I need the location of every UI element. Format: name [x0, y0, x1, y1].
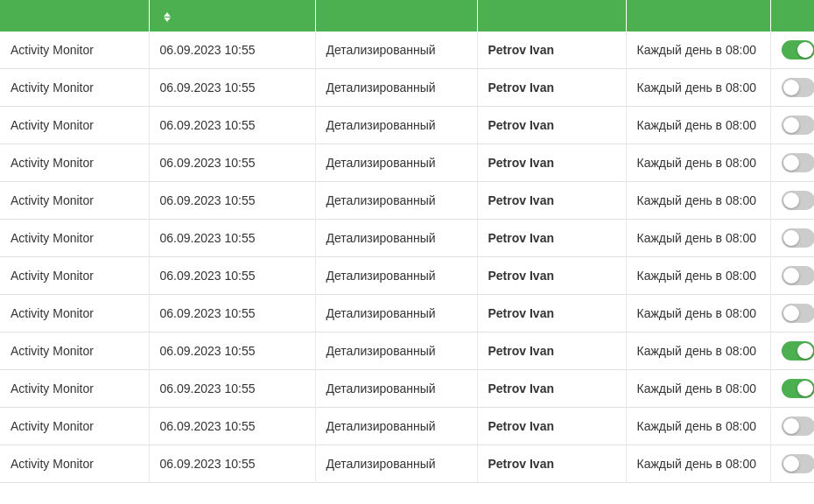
toggle-track[interactable]	[782, 454, 815, 473]
type-cell: Детализированный	[315, 408, 477, 445]
addr-cell: Petrov Ivan	[477, 182, 626, 220]
addr-cell: Petrov Ivan	[477, 220, 626, 257]
col-header-date[interactable]	[149, 0, 315, 32]
task-cell: Activity Monitor	[0, 295, 149, 332]
toggle-switch[interactable]	[782, 416, 789, 436]
sort-desc-icon	[164, 18, 171, 22]
table-row: Activity Monitor 06.09.2023 10:55 Детали…	[0, 144, 814, 182]
period-cell: Каждый день в 08:00	[626, 144, 770, 182]
task-cell: Activity Monitor	[0, 408, 149, 445]
toggle-thumb	[783, 456, 799, 472]
addr-cell: Petrov Ivan	[477, 408, 626, 445]
addr-cell: Petrov Ivan	[477, 295, 626, 332]
period-cell: Каждый день в 08:00	[626, 220, 770, 257]
date-cell: 06.09.2023 10:55	[149, 144, 315, 182]
period-cell: Каждый день в 08:00	[626, 408, 770, 445]
action-cell: 🗑	[770, 332, 814, 370]
action-cell: 🗑	[770, 445, 814, 483]
toggle-track[interactable]	[782, 341, 815, 360]
task-cell: Activity Monitor	[0, 69, 149, 107]
action-cell: 🗑	[770, 295, 814, 332]
date-cell: 06.09.2023 10:55	[149, 257, 315, 295]
row-actions: 🗑	[782, 416, 813, 436]
period-cell: Каждый день в 08:00	[626, 32, 770, 69]
task-cell: Activity Monitor	[0, 182, 149, 220]
toggle-switch[interactable]	[782, 191, 789, 210]
toggle-track[interactable]	[782, 228, 815, 248]
task-cell: Activity Monitor	[0, 370, 149, 408]
period-cell: Каждый день в 08:00	[626, 182, 770, 220]
toggle-track[interactable]	[782, 379, 815, 398]
type-cell: Детализированный	[315, 144, 477, 182]
addr-cell: Petrov Ivan	[477, 144, 626, 182]
toggle-track[interactable]	[782, 153, 815, 172]
toggle-thumb	[783, 230, 799, 246]
col-header-period	[626, 0, 770, 32]
row-actions: 🗑	[782, 40, 813, 60]
toggle-track[interactable]	[782, 416, 815, 436]
type-cell: Детализированный	[315, 182, 477, 220]
toggle-switch[interactable]	[782, 266, 789, 285]
date-cell: 06.09.2023 10:55	[149, 220, 315, 257]
task-cell: Activity Monitor	[0, 220, 149, 257]
table-row: Activity Monitor 06.09.2023 10:55 Детали…	[0, 69, 814, 107]
toggle-switch[interactable]	[782, 116, 789, 135]
reports-table-container: Activity Monitor 06.09.2023 10:55 Детали…	[0, 0, 814, 483]
period-cell: Каждый день в 08:00	[626, 332, 770, 370]
table-row: Activity Monitor 06.09.2023 10:55 Детали…	[0, 332, 814, 370]
row-actions: 🗑	[782, 228, 813, 248]
table-row: Activity Monitor 06.09.2023 10:55 Детали…	[0, 408, 814, 445]
toggle-thumb	[783, 192, 799, 208]
table-body: Activity Monitor 06.09.2023 10:55 Детали…	[0, 32, 814, 483]
toggle-switch[interactable]	[782, 304, 789, 323]
toggle-thumb	[783, 155, 799, 171]
toggle-track[interactable]	[782, 304, 815, 323]
col-header-action	[770, 0, 814, 32]
row-actions: 🗑	[782, 379, 813, 398]
toggle-thumb	[797, 343, 813, 359]
col-header-task	[0, 0, 149, 32]
toggle-thumb	[783, 80, 799, 95]
action-cell: 🗑	[770, 220, 814, 257]
addr-cell: Petrov Ivan	[477, 257, 626, 295]
toggle-switch[interactable]	[782, 454, 789, 473]
toggle-switch[interactable]	[782, 78, 789, 97]
toggle-track[interactable]	[782, 116, 815, 135]
action-cell: 🗑	[770, 144, 814, 182]
toggle-thumb	[783, 268, 799, 284]
row-actions: 🗑	[782, 454, 813, 473]
period-cell: Каждый день в 08:00	[626, 257, 770, 295]
row-actions: 🗑	[782, 304, 813, 323]
addr-cell: Petrov Ivan	[477, 69, 626, 107]
row-actions: 🗑	[782, 153, 813, 172]
toggle-switch[interactable]	[782, 341, 789, 360]
sort-icon	[164, 12, 171, 22]
toggle-track[interactable]	[782, 40, 815, 60]
row-actions: 🗑	[782, 266, 813, 285]
toggle-switch[interactable]	[782, 40, 789, 60]
table-row: Activity Monitor 06.09.2023 10:55 Детали…	[0, 32, 814, 69]
toggle-switch[interactable]	[782, 153, 789, 172]
col-header-addr	[477, 0, 626, 32]
toggle-track[interactable]	[782, 191, 815, 210]
toggle-switch[interactable]	[782, 228, 789, 248]
date-cell: 06.09.2023 10:55	[149, 182, 315, 220]
action-cell: 🗑	[770, 182, 814, 220]
type-cell: Детализированный	[315, 370, 477, 408]
type-cell: Детализированный	[315, 257, 477, 295]
type-cell: Детализированный	[315, 32, 477, 69]
toggle-track[interactable]	[782, 78, 815, 97]
col-header-type	[315, 0, 477, 32]
period-cell: Каждый день в 08:00	[626, 295, 770, 332]
toggle-track[interactable]	[782, 266, 815, 285]
date-cell: 06.09.2023 10:55	[149, 370, 315, 408]
date-cell: 06.09.2023 10:55	[149, 69, 315, 107]
addr-cell: Petrov Ivan	[477, 332, 626, 370]
task-cell: Activity Monitor	[0, 332, 149, 370]
date-cell: 06.09.2023 10:55	[149, 295, 315, 332]
type-cell: Детализированный	[315, 332, 477, 370]
toggle-switch[interactable]	[782, 379, 789, 398]
sort-asc-icon	[164, 12, 171, 17]
period-cell: Каждый день в 08:00	[626, 370, 770, 408]
action-cell: 🗑	[770, 107, 814, 144]
